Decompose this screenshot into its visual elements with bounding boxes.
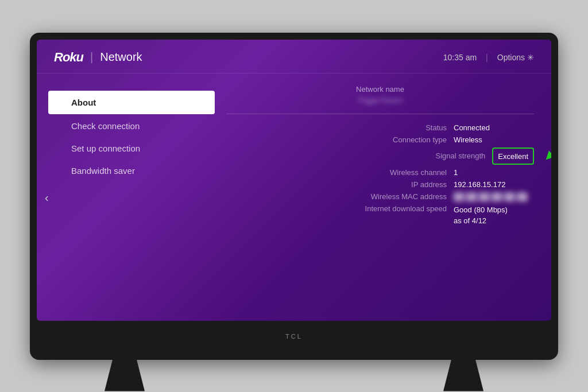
tv-brand-label: TCL	[285, 333, 303, 340]
signal-strength-label: Signal strength	[393, 152, 485, 160]
network-name-section: Network name TriggerTavern	[226, 85, 534, 114]
connection-type-row: Connection type Wireless	[226, 135, 534, 144]
sidebar-item-bandwidth-saver[interactable]: Bandwidth saver	[48, 160, 215, 181]
asterisk-icon: ✳	[527, 53, 534, 62]
back-arrow-icon[interactable]: ‹	[45, 191, 49, 204]
status-value: Connected	[454, 123, 534, 132]
header: Roku | Network 10:35 am | Options ✳	[37, 40, 551, 73]
connection-type-label: Connection type	[355, 135, 447, 144]
mac-address-label: Wireless MAC address	[355, 192, 447, 201]
signal-strength-value: Excellent	[498, 152, 528, 161]
download-speed-label: Internet download speed	[355, 204, 447, 213]
header-divider: |	[90, 51, 93, 64]
network-name-label: Network name	[226, 85, 534, 94]
header-right: 10:35 am | Options ✳	[443, 53, 534, 62]
download-speed-value: Good (80 Mbps)as of 4/12	[454, 204, 534, 227]
tv-stand-right	[443, 360, 483, 391]
ip-address-row: IP address 192.168.15.172	[226, 180, 534, 189]
roku-logo: Roku	[54, 50, 83, 65]
clock: 10:35 am	[443, 53, 477, 62]
sidebar-item-set-up-connection[interactable]: Set up connection	[48, 138, 215, 159]
green-arrow-icon	[539, 146, 551, 166]
page-title: Network	[100, 51, 142, 64]
mac-address-row: Wireless MAC address ██ ██ ██ ██ ██ ██	[226, 192, 534, 201]
info-panel: Network name TriggerTavern Status Connec…	[215, 73, 551, 321]
options-label[interactable]: Options ✳	[497, 53, 534, 62]
signal-highlight-box: Excellent	[492, 148, 534, 165]
info-rows: Status Connected Connection type Wireles…	[226, 123, 534, 227]
wireless-channel-label: Wireless channel	[355, 168, 447, 177]
header-left: Roku | Network	[54, 50, 142, 65]
mac-address-value: ██ ██ ██ ██ ██ ██	[454, 192, 534, 201]
connection-type-value: Wireless	[454, 135, 534, 144]
tv-screen: Roku | Network 10:35 am | Options ✳ ‹ Ab…	[37, 40, 551, 321]
download-speed-row: Internet download speed Good (80 Mbps)as…	[226, 204, 534, 227]
ip-address-label: IP address	[355, 180, 447, 189]
tv-frame: Roku | Network 10:35 am | Options ✳ ‹ Ab…	[30, 33, 558, 360]
ip-address-value: 192.168.15.172	[454, 180, 534, 189]
sidebar-item-check-connection[interactable]: Check connection	[48, 115, 215, 137]
sidebar-item-about[interactable]: About	[48, 91, 215, 114]
network-name-value: TriggerTavern	[226, 96, 534, 104]
wireless-channel-value: 1	[454, 168, 534, 177]
content-area: ‹ About Check connection Set up connecti…	[37, 73, 551, 321]
status-label: Status	[355, 123, 447, 132]
wireless-channel-row: Wireless channel 1	[226, 168, 534, 177]
separator: |	[486, 53, 488, 62]
sidebar: ‹ About Check connection Set up connecti…	[37, 73, 215, 321]
tv-stand-left	[105, 360, 145, 391]
tv-bezel-bottom: TCL	[37, 321, 551, 352]
status-row: Status Connected	[226, 123, 534, 132]
signal-strength-row: Signal strength Excellent	[226, 148, 534, 165]
